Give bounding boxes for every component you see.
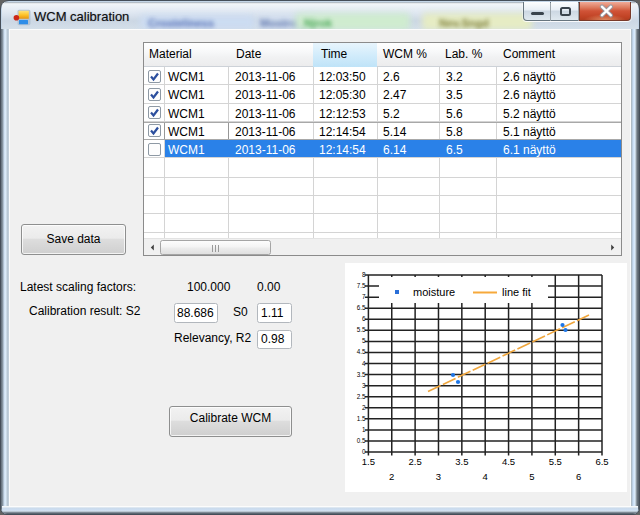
svg-text:3.5: 3.5 xyxy=(357,371,366,378)
svg-text:6: 6 xyxy=(576,471,581,482)
svg-text:8: 8 xyxy=(362,271,366,278)
svg-text:7: 7 xyxy=(362,293,366,300)
svg-text:6.5: 6.5 xyxy=(357,304,366,311)
svg-text:4.5: 4.5 xyxy=(502,456,515,467)
svg-text:5.5: 5.5 xyxy=(549,456,562,467)
svg-text:7.5: 7.5 xyxy=(357,282,366,289)
svg-text:5.5: 5.5 xyxy=(357,326,366,333)
svg-text:3: 3 xyxy=(362,382,366,389)
svg-text:6.5: 6.5 xyxy=(595,456,608,467)
svg-text:line fit: line fit xyxy=(502,286,531,298)
svg-text:5: 5 xyxy=(362,337,366,344)
svg-text:4: 4 xyxy=(362,360,366,367)
svg-text:1.5: 1.5 xyxy=(357,415,366,422)
svg-text:5: 5 xyxy=(529,471,534,482)
svg-text:2: 2 xyxy=(389,471,394,482)
svg-text:2: 2 xyxy=(362,404,366,411)
svg-text:moisture: moisture xyxy=(413,286,455,298)
svg-text:4.5: 4.5 xyxy=(357,348,366,355)
svg-text:6: 6 xyxy=(362,315,366,322)
svg-text:2.5: 2.5 xyxy=(409,456,422,467)
svg-text:3: 3 xyxy=(436,471,441,482)
svg-text:4: 4 xyxy=(483,471,488,482)
svg-text:1.5: 1.5 xyxy=(362,456,375,467)
svg-text:0.5: 0.5 xyxy=(357,437,366,444)
svg-text:2.5: 2.5 xyxy=(357,393,366,400)
svg-text:3.5: 3.5 xyxy=(455,456,468,467)
svg-text:1: 1 xyxy=(362,426,366,433)
svg-text:0: 0 xyxy=(362,448,366,455)
